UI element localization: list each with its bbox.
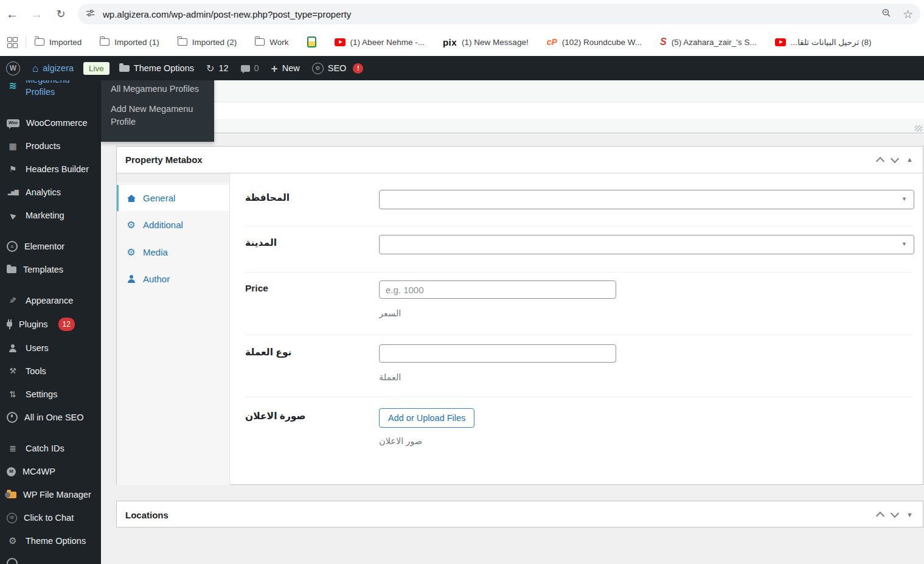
bookmark-roundcube[interactable]: (102) Roundcube W...: [547, 37, 642, 47]
sidebar-item-users[interactable]: Users: [0, 336, 101, 360]
currency-type-input[interactable]: [379, 344, 616, 363]
tab-label: Media: [143, 247, 168, 257]
bookmark-folder-icon: [100, 38, 109, 46]
bookmark-imported-1[interactable]: Imported (1): [100, 38, 159, 47]
move-down-icon[interactable]: [891, 154, 899, 162]
editor-resize-strip: [116, 119, 924, 133]
seo-label: SEO: [328, 63, 347, 73]
field-control: [379, 344, 616, 363]
bookmark-pix-message[interactable]: (1) New Message!: [443, 37, 529, 47]
sidebar-item-woocommerce[interactable]: WooCommerce: [0, 111, 101, 134]
sidebar-item-tools[interactable]: Tools: [0, 360, 101, 383]
zoom-out-icon[interactable]: [881, 7, 892, 21]
sidebar-item-products[interactable]: Products: [0, 134, 101, 158]
wordpress-logo-icon: [6, 61, 20, 75]
bookmark-youtube-arabic[interactable]: (8) ترحيل البيانات تلقا...: [775, 37, 872, 47]
city-label: المدينة: [245, 237, 367, 248]
expand-toggle-icon[interactable]: ▼: [906, 512, 913, 518]
sidebar-item-settings[interactable]: Settings: [0, 383, 101, 406]
move-up-icon[interactable]: [876, 156, 884, 165]
sidebar-item-label: Templates: [23, 263, 63, 276]
update-count-badge: 12: [58, 318, 75, 331]
wp-logo-menu[interactable]: [0, 56, 26, 80]
price-input[interactable]: [379, 280, 616, 299]
updates-menu[interactable]: 12: [200, 56, 235, 80]
resize-grip[interactable]: [915, 125, 922, 131]
post-title-input[interactable]: [116, 102, 924, 120]
person-glyph: [9, 344, 17, 352]
site-settings-icon[interactable]: [85, 8, 96, 21]
tab-general[interactable]: General: [117, 185, 229, 211]
move-up-icon[interactable]: [876, 512, 884, 520]
seo-menu[interactable]: SEO !: [306, 56, 370, 80]
collapse-toggle-icon[interactable]: ▲: [906, 156, 913, 163]
sidebar-item-wp-file-manager[interactable]: WP File Manager: [0, 483, 101, 506]
sidebar-item-headers-builder[interactable]: Headers Builder: [0, 158, 101, 181]
locations-header[interactable]: Locations ▼: [117, 501, 923, 528]
sidebar-item-appearance[interactable]: Appearance: [0, 289, 101, 312]
bookmark-azahara[interactable]: (5) Azahara_zair_'s S...: [660, 37, 757, 47]
brush-icon: [7, 294, 19, 307]
gear-icon: [7, 535, 19, 547]
submenu-item-all-megamenu-profiles[interactable]: All Megamenu Profiles: [101, 79, 214, 99]
ad-image-help-text: صور الاعلان: [379, 436, 422, 446]
sidebar-item-label: Appearance: [26, 294, 73, 307]
comments-menu[interactable]: 0: [235, 56, 265, 80]
sidebar-item-marketing[interactable]: Marketing: [0, 204, 101, 227]
sidebar-item-plugins[interactable]: Plugins12: [0, 312, 101, 336]
file-manager-icon: [7, 492, 16, 498]
sidebar-item-label: Users: [26, 342, 49, 354]
tab-media[interactable]: Media: [117, 238, 229, 266]
sidebar-item-label: All in One SEO: [24, 411, 84, 423]
sidebar-item-partial[interactable]: [0, 552, 101, 564]
tab-label: General: [143, 193, 175, 203]
submenu-item-add-new-megamenu-profile[interactable]: Add New Megamenu Profile: [101, 99, 214, 132]
sidebar-item-label: Theme Options: [26, 535, 86, 547]
youtube-icon: [775, 38, 786, 46]
youtube-icon: [335, 38, 346, 46]
bookmark-star-icon[interactable]: ☆: [903, 7, 913, 21]
sidebar-item-megamenu-profiles[interactable]: Megamenu Profiles: [0, 80, 101, 103]
bookmark-imported-2[interactable]: Imported (2): [178, 38, 237, 47]
sidebar-item-click-to-chat[interactable]: Click to Chat: [0, 506, 101, 529]
sidebar-item-catch-ids[interactable]: Catch IDs: [0, 437, 101, 460]
governorate-select[interactable]: ▼: [379, 190, 914, 209]
sidebar-item-mc4wp[interactable]: MC4WP: [0, 460, 101, 483]
bookmark-folder-icon: [35, 38, 44, 46]
theme-options-menu[interactable]: Theme Options: [113, 56, 200, 80]
bookmark-work[interactable]: Work: [255, 38, 288, 47]
url-bar[interactable]: wp.algizera.com/wp-admin/post-new.php?po…: [78, 4, 920, 24]
ad-image-upload-button[interactable]: Add or Upload Files: [379, 408, 474, 428]
apps-grid-icon[interactable]: [7, 37, 17, 47]
new-content-menu[interactable]: New: [265, 56, 306, 80]
move-down-icon[interactable]: [891, 509, 899, 518]
pin-icon: [7, 163, 19, 175]
metabox-header[interactable]: Property Metabox ▲: [117, 147, 923, 173]
bookmark-imported[interactable]: Imported: [35, 38, 82, 47]
site-name-menu[interactable]: algizera: [26, 56, 80, 80]
bookmarks-bar: ImportedImported (1)Imported (2)Work(1) …: [0, 28, 924, 56]
bookmark-youtube-abeer[interactable]: (1) Abeer Nehme -...: [335, 38, 425, 47]
reload-button[interactable]: ↻: [49, 9, 73, 19]
sidebar-item-label: WooCommerce: [26, 117, 87, 129]
back-button[interactable]: ←: [0, 8, 24, 20]
elementor-icon: [7, 241, 18, 252]
sidebar-item-theme-options[interactable]: Theme Options: [0, 529, 101, 552]
price-help-text: السعر: [379, 308, 401, 318]
tab-author[interactable]: Author: [117, 266, 229, 292]
sidebar-item-templates[interactable]: Templates: [0, 258, 101, 281]
sidebar-item-all-in-one-seo[interactable]: All in One SEO: [0, 406, 101, 429]
forward-button[interactable]: →: [24, 8, 49, 20]
field-control: ▼: [379, 235, 914, 254]
chevron-down-icon: ▼: [901, 196, 907, 202]
field-row-currency-type: نوع العملةالعملة: [230, 335, 923, 397]
analytics-icon: [7, 186, 19, 198]
sidebar-item-analytics[interactable]: Analytics: [0, 181, 101, 204]
tab-additional[interactable]: Additional: [117, 211, 229, 238]
sidebar-item-elementor[interactable]: Elementor: [0, 235, 101, 258]
bookmark-notes-site[interactable]: [307, 37, 316, 47]
sidebar-item-label: MC4WP: [23, 465, 55, 478]
city-select[interactable]: ▼: [379, 235, 914, 254]
field-control: [379, 280, 616, 299]
bookmark-label: Work: [269, 38, 288, 47]
